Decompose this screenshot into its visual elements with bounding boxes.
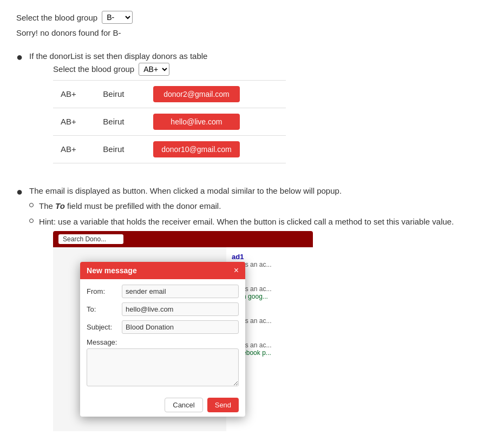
email-cell: donor10@gmail.com — [146, 135, 286, 163]
city-cell: Beirut — [95, 80, 146, 108]
bullet2-text: The email is displayed as button. When c… — [29, 185, 454, 197]
donors-table: AB+ Beirut donor2@gmail.com AB+ Beirut h… — [53, 80, 286, 163]
blood-group-cell: AB+ — [53, 80, 95, 108]
city-cell: Beirut — [95, 135, 146, 163]
subject-input[interactable] — [122, 320, 239, 334]
from-input[interactable] — [122, 285, 239, 298]
table-row: AB+ Beirut hello@live.com — [53, 108, 286, 135]
bullet1-item: ● If the donorList is set then display d… — [16, 50, 462, 174]
modal-screenshot: Search Dono... ad1 this is an ac... ad1 — [53, 231, 313, 431]
browser-tab: Search Dono... — [58, 234, 123, 244]
to-label: To: — [87, 305, 122, 313]
sub-bullet-1-dot — [29, 203, 34, 207]
top-blood-group-section: Select the blood group B- A+ A- B+ AB+ A… — [16, 11, 462, 37]
message-label: Message: — [87, 338, 239, 346]
modal-close-button[interactable]: × — [234, 266, 239, 275]
sub-bullet-1: The To field must be prefilled with the … — [29, 200, 454, 213]
table-row: AB+ Beirut donor2@gmail.com — [53, 80, 286, 108]
message-textarea[interactable] — [87, 348, 239, 386]
modal-footer: Cancel Send — [80, 393, 245, 417]
error-message: Sorry! no donors found for B- — [16, 28, 462, 37]
donor-table-section: Select the blood group AB+ A+ A- B+ B- A… — [53, 63, 286, 163]
top-blood-group-select[interactable]: B- A+ A- B+ AB+ AB- O+ O- — [102, 11, 133, 24]
sub-bullet-2: Hint: use a variable that holds the rece… — [29, 216, 454, 228]
top-blood-group-label: Select the blood group — [16, 13, 97, 22]
to-input[interactable] — [122, 302, 239, 316]
send-button[interactable]: Send — [207, 398, 239, 412]
modal-title: New message — [87, 266, 137, 275]
cancel-button[interactable]: Cancel — [165, 398, 202, 412]
sub-bullet-2-dot — [29, 219, 34, 223]
sub-bullet-1-text: The To field must be prefilled with the … — [39, 200, 221, 213]
to-row: To: — [87, 302, 239, 316]
email-cell: hello@live.com — [146, 108, 286, 135]
subject-row: Subject: — [87, 320, 239, 334]
blood-group-cell: AB+ — [53, 135, 95, 163]
sub-bullets: The To field must be prefilled with the … — [29, 200, 454, 228]
table-blood-group-select[interactable]: AB+ A+ A- B+ B- AB- O+ O- — [139, 63, 169, 76]
from-row: From: — [87, 285, 239, 298]
table-row: AB+ Beirut donor10@gmail.com — [53, 135, 286, 163]
email-button-1[interactable]: donor2@gmail.com — [153, 86, 240, 102]
bullet1-dot: ● — [16, 51, 23, 63]
bullet1-section: ● If the donorList is set then display d… — [16, 50, 462, 174]
table-blood-group-row: Select the blood group AB+ A+ A- B+ B- A… — [53, 63, 286, 76]
from-label: From: — [87, 287, 122, 295]
sub-bullet-2-text: Hint: use a variable that holds the rece… — [39, 216, 454, 228]
browser-chrome: Search Dono... — [53, 231, 313, 247]
email-cell: donor2@gmail.com — [146, 80, 286, 108]
modal-header: New message × — [80, 262, 245, 279]
bullet2-item: ● The email is displayed as button. When… — [16, 185, 462, 432]
subject-label: Subject: — [87, 323, 122, 331]
email-button-2[interactable]: hello@live.com — [153, 114, 240, 130]
bullet2-dot: ● — [16, 186, 23, 198]
new-message-modal: New message × From: To: — [80, 262, 245, 417]
to-bold: To — [55, 201, 65, 210]
bullet1-text: If the donorList is set then display don… — [29, 50, 286, 63]
table-blood-group-label: Select the blood group — [53, 64, 134, 74]
city-cell: Beirut — [95, 108, 146, 135]
bullet2-section: ● The email is displayed as button. When… — [16, 185, 462, 432]
email-button-3[interactable]: donor10@gmail.com — [153, 141, 240, 157]
modal-overlay: New message × From: To: — [53, 247, 313, 431]
blood-group-cell: AB+ — [53, 108, 95, 135]
browser-content: ad1 this is an ac... ad1 this is an ac..… — [53, 247, 313, 431]
modal-body: From: To: Subject: — [80, 279, 245, 393]
top-blood-group-row: Select the blood group B- A+ A- B+ AB+ A… — [16, 11, 462, 24]
